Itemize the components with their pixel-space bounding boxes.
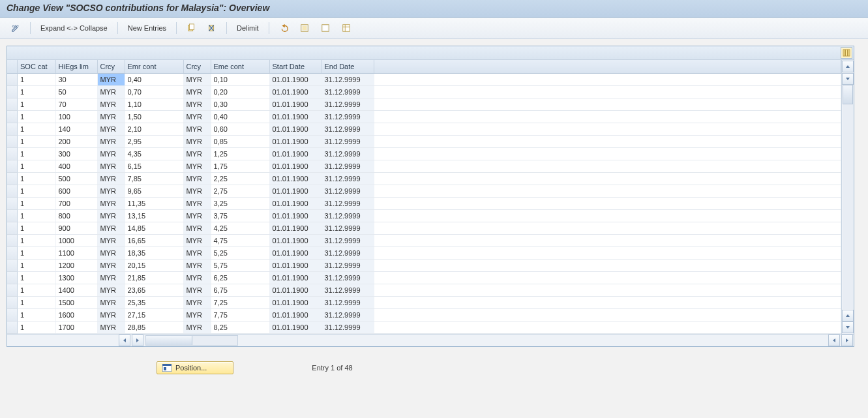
cell-eme-cont[interactable]: 0,85 [211, 136, 269, 148]
cell-emr-cont[interactable]: 1,50 [125, 111, 183, 123]
row-selector[interactable] [7, 247, 18, 260]
cell-eme-cont[interactable]: 2,75 [211, 185, 269, 198]
row-selector[interactable] [7, 284, 18, 297]
scroll-up-button[interactable] [842, 61, 854, 72]
cell-hiegs-lim[interactable]: 1700 [55, 321, 97, 334]
scroll-left-button[interactable] [119, 335, 130, 346]
scroll-right-button[interactable] [132, 335, 143, 346]
cell-hiegs-lim[interactable]: 1600 [55, 309, 97, 321]
table-row[interactable]: 130MYR0,40MYR0,1001.01.190031.12.9999 [18, 74, 841, 86]
cell-emr-cont[interactable]: 28,85 [125, 321, 183, 334]
table-row[interactable]: 1700MYR11,35MYR3,2501.01.190031.12.9999 [18, 198, 841, 210]
cell-hiegs-lim[interactable]: 30 [55, 74, 97, 86]
cell-hiegs-lim[interactable]: 800 [55, 210, 97, 222]
cell-hiegs-lim[interactable]: 70 [55, 98, 97, 111]
deselect-all-button[interactable] [316, 22, 335, 35]
cell-soc-cat[interactable]: 1 [18, 123, 55, 136]
cell-soc-cat[interactable]: 1 [18, 272, 55, 284]
cell-eme-cont[interactable]: 6,25 [211, 272, 269, 284]
scroll-down-button[interactable] [842, 321, 854, 333]
select-all-button[interactable] [295, 22, 314, 35]
cell-hiegs-lim[interactable]: 600 [55, 185, 97, 198]
row-selector[interactable] [7, 198, 18, 210]
row-selector[interactable] [7, 123, 18, 136]
page-down-button[interactable] [842, 310, 854, 321]
cell-hiegs-lim[interactable]: 50 [55, 86, 97, 98]
cell-eme-cont[interactable]: 4,75 [211, 235, 269, 247]
cell-soc-cat[interactable]: 1 [18, 173, 55, 185]
cell-soc-cat[interactable]: 1 [18, 235, 55, 247]
row-selector[interactable] [7, 185, 18, 198]
cell-hiegs-lim[interactable]: 400 [55, 160, 97, 173]
cell-emr-cont[interactable]: 6,15 [125, 160, 183, 173]
col-crcy[interactable]: Crcy [97, 60, 125, 74]
scroll-thumb[interactable] [843, 85, 853, 104]
cell-hiegs-lim[interactable]: 1500 [55, 297, 97, 309]
cell-emr-cont[interactable]: 9,65 [125, 185, 183, 198]
cell-eme-cont[interactable]: 4,25 [211, 222, 269, 235]
table-row[interactable]: 1100MYR1,50MYR0,4001.01.190031.12.9999 [18, 111, 841, 123]
cell-emr-cont[interactable]: 18,35 [125, 247, 183, 260]
cell-eme-cont[interactable]: 3,25 [211, 198, 269, 210]
cell-hiegs-lim[interactable]: 100 [55, 111, 97, 123]
cell-soc-cat[interactable]: 1 [18, 185, 55, 198]
row-selector[interactable] [7, 173, 18, 185]
row-selector[interactable] [7, 86, 18, 98]
cell-hiegs-lim[interactable]: 900 [55, 222, 97, 235]
cell-soc-cat[interactable]: 1 [18, 247, 55, 260]
table-row[interactable]: 11200MYR20,15MYR5,7501.01.190031.12.9999 [18, 260, 841, 272]
vertical-scrollbar[interactable] [841, 60, 854, 334]
undo-button[interactable] [275, 22, 293, 35]
col-soc-cat[interactable]: SOC cat [18, 60, 55, 74]
cell-emr-cont[interactable]: 25,35 [125, 297, 183, 309]
table-row[interactable]: 1400MYR6,15MYR1,7501.01.190031.12.9999 [18, 160, 841, 173]
cell-hiegs-lim[interactable]: 1000 [55, 235, 97, 247]
cell-emr-cont[interactable]: 14,85 [125, 222, 183, 235]
cell-soc-cat[interactable]: 1 [18, 136, 55, 148]
row-selector[interactable] [7, 260, 18, 272]
cell-emr-cont[interactable]: 2,95 [125, 136, 183, 148]
table-row[interactable]: 150MYR0,70MYR0,2001.01.190031.12.9999 [18, 86, 841, 98]
table-row[interactable]: 170MYR1,10MYR0,3001.01.190031.12.9999 [18, 98, 841, 111]
cell-hiegs-lim[interactable]: 300 [55, 148, 97, 160]
row-selector[interactable] [7, 297, 18, 309]
cell-emr-cont[interactable]: 23,65 [125, 284, 183, 297]
print-button[interactable] [337, 22, 355, 35]
scroll-left-end-button[interactable] [828, 335, 840, 346]
col-end-date[interactable]: End Date [322, 60, 374, 74]
cell-eme-cont[interactable]: 6,75 [211, 284, 269, 297]
scroll-right-end-button[interactable] [841, 335, 853, 346]
cell-soc-cat[interactable]: 1 [18, 98, 55, 111]
cell-emr-cont[interactable]: 11,35 [125, 198, 183, 210]
row-selector[interactable] [7, 98, 18, 111]
row-selector[interactable] [7, 160, 18, 173]
cell-soc-cat[interactable]: 1 [18, 210, 55, 222]
row-selector[interactable] [7, 222, 18, 235]
cell-emr-cont[interactable]: 1,10 [125, 98, 183, 111]
row-selector[interactable] [7, 272, 18, 284]
cell-eme-cont[interactable]: 2,25 [211, 173, 269, 185]
table-row[interactable]: 11600MYR27,15MYR7,7501.01.190031.12.9999 [18, 309, 841, 321]
cell-soc-cat[interactable]: 1 [18, 198, 55, 210]
cell-eme-cont[interactable]: 8,25 [211, 321, 269, 334]
cell-soc-cat[interactable]: 1 [18, 321, 55, 334]
position-button[interactable]: Position... [157, 361, 233, 374]
horizontal-scrollbar[interactable] [7, 334, 854, 346]
cell-hiegs-lim[interactable]: 1400 [55, 284, 97, 297]
cell-hiegs-lim[interactable]: 500 [55, 173, 97, 185]
cell-hiegs-lim[interactable]: 140 [55, 123, 97, 136]
cell-hiegs-lim[interactable]: 1200 [55, 260, 97, 272]
table-row[interactable]: 11100MYR18,35MYR5,2501.01.190031.12.9999 [18, 247, 841, 260]
table-row[interactable]: 11300MYR21,85MYR6,2501.01.190031.12.9999 [18, 272, 841, 284]
delete-button[interactable] [203, 22, 221, 35]
cell-eme-cont[interactable]: 7,25 [211, 297, 269, 309]
cell-emr-cont[interactable]: 4,35 [125, 148, 183, 160]
page-up-button[interactable] [842, 73, 854, 85]
hscroll-track[interactable] [145, 335, 238, 346]
cell-emr-cont[interactable]: 16,65 [125, 235, 183, 247]
row-selector-header[interactable] [7, 60, 18, 74]
configure-columns-button[interactable] [841, 47, 852, 59]
table-row[interactable]: 1600MYR9,65MYR2,7501.01.190031.12.9999 [18, 185, 841, 198]
cell-emr-cont[interactable]: 2,10 [125, 123, 183, 136]
hscroll-thumb[interactable] [146, 336, 192, 345]
